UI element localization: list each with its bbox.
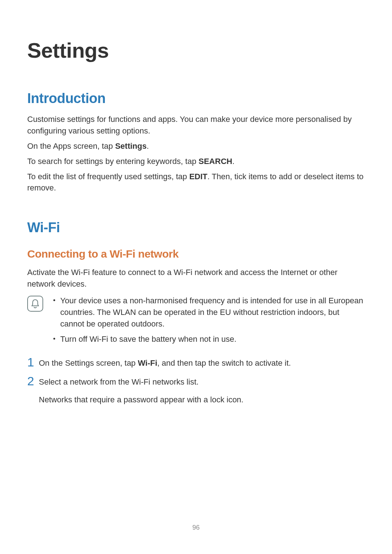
- note-block: Your device uses a non-harmonised freque…: [27, 295, 365, 349]
- intro-para-4-pre: To edit the list of frequently used sett…: [27, 172, 189, 181]
- note-bullet-1-text: Your device uses a non-harmonised freque…: [60, 295, 365, 330]
- note-bullet-1: Your device uses a non-harmonised freque…: [53, 295, 365, 330]
- note-bullet-2: Turn off Wi-Fi to save the battery when …: [53, 333, 365, 345]
- intro-para-3: To search for settings by entering keywo…: [27, 156, 365, 167]
- bullet-dot-icon: [53, 338, 55, 340]
- bullet-dot-icon: [53, 299, 55, 301]
- intro-para-3-pre: To search for settings by entering keywo…: [27, 157, 199, 166]
- step-2-number: 2: [27, 375, 39, 387]
- step-1-post: , and then tap the switch to activate it…: [157, 358, 291, 368]
- note-bullet-2-text: Turn off Wi-Fi to save the battery when …: [60, 333, 236, 345]
- step-2: 2 Select a network from the Wi-Fi networ…: [27, 376, 365, 388]
- step-1-body: On the Settings screen, tap Wi-Fi, and t…: [39, 357, 365, 369]
- bell-icon: [31, 299, 40, 308]
- intro-para-4: To edit the list of frequently used sett…: [27, 171, 365, 194]
- intro-para-4-bold: EDIT: [189, 172, 207, 181]
- introduction-heading: Introduction: [27, 91, 365, 106]
- intro-para-3-bold: SEARCH: [199, 157, 232, 166]
- intro-para-2: On the Apps screen, tap Settings.: [27, 140, 365, 152]
- intro-para-2-pre: On the Apps screen, tap: [27, 141, 115, 151]
- step-1: 1 On the Settings screen, tap Wi-Fi, and…: [27, 357, 365, 369]
- wifi-subheading: Connecting to a Wi-Fi network: [27, 248, 365, 260]
- note-icon-container: [27, 296, 43, 312]
- note-content: Your device uses a non-harmonised freque…: [53, 295, 365, 349]
- wifi-heading: Wi-Fi: [27, 220, 365, 235]
- page-number: 96: [0, 524, 392, 532]
- step-1-pre: On the Settings screen, tap: [39, 358, 138, 368]
- intro-para-1: Customise settings for functions and app…: [27, 114, 365, 137]
- intro-para-3-post: .: [232, 157, 234, 166]
- step-1-bold: Wi-Fi: [138, 358, 158, 368]
- intro-para-2-post: .: [147, 141, 149, 151]
- step-2-sub: Networks that require a password appear …: [39, 394, 365, 406]
- page-title: Settings: [27, 38, 365, 62]
- wifi-para: Activate the Wi-Fi feature to connect to…: [27, 267, 365, 290]
- step-1-number: 1: [27, 356, 39, 368]
- step-2-body: Select a network from the Wi-Fi networks…: [39, 376, 365, 388]
- intro-para-2-bold: Settings: [115, 141, 147, 151]
